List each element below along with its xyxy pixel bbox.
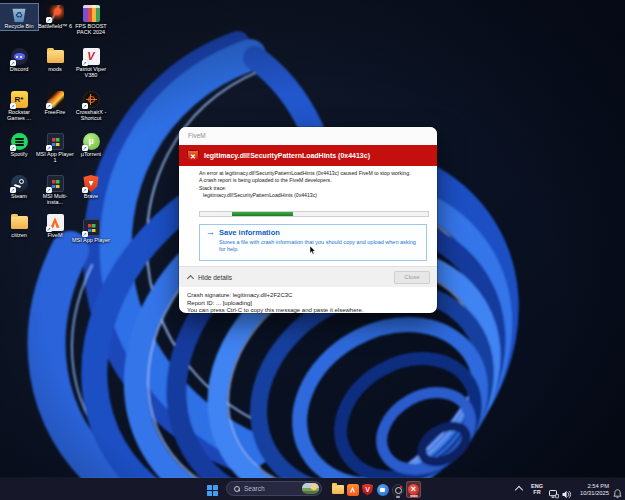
desktop-icon-label: FiveM bbox=[36, 232, 74, 238]
desktop-icon-spotify[interactable]: ↗Spotify bbox=[0, 132, 38, 158]
taskbar-clock[interactable]: 2:54 PM 10/31/2025 bbox=[568, 483, 609, 496]
shortcut-arrow-icon: ↗ bbox=[82, 103, 88, 109]
crash-details: Crash signature: legitimacy.dll+2F2C3C R… bbox=[187, 292, 429, 313]
msi-icon: ↗ bbox=[47, 175, 64, 192]
tray-time: 2:54 PM bbox=[568, 483, 609, 490]
msi-icon: ↗ bbox=[47, 133, 64, 150]
hide-details-button[interactable]: Hide details bbox=[198, 274, 232, 281]
desktop-icon-msi[interactable]: ↗MSI App Player 1 bbox=[36, 132, 74, 164]
arrow-right-icon: → bbox=[206, 228, 215, 237]
shortcut-arrow-icon: ↗ bbox=[82, 231, 88, 237]
shortcut-arrow-icon: ↗ bbox=[46, 103, 52, 109]
discord-icon: ↗ bbox=[11, 48, 28, 65]
battlefield-icon: ↗ bbox=[47, 5, 64, 22]
taskbar-crosshairx-app[interactable] bbox=[391, 481, 404, 498]
desktop-icon-fivem[interactable]: ↗FiveM bbox=[36, 213, 74, 239]
taskbar-blue-app[interactable] bbox=[376, 481, 389, 498]
desktop-icon-label: Recycle Bin bbox=[0, 23, 38, 29]
crash-signature: Crash signature: legitimacy.dll+2F2C3C bbox=[187, 292, 429, 300]
crash-line-2: A crash report is being uploaded to the … bbox=[199, 177, 429, 184]
steam-icon: ↗ bbox=[11, 175, 28, 192]
shortcut-arrow-icon: ↗ bbox=[82, 60, 88, 66]
fivem-crash-window-icon bbox=[408, 484, 419, 495]
search-input[interactable] bbox=[244, 485, 298, 492]
desktop-icon-folder[interactable]: citizen bbox=[0, 213, 38, 239]
search-icon bbox=[234, 486, 240, 492]
brave-icon: ↗ bbox=[83, 175, 100, 192]
desktop-icon-recycle[interactable]: Recycle Bin bbox=[0, 4, 38, 30]
desktop-icon-label: citizen bbox=[0, 232, 38, 238]
desktop-icon-brave[interactable]: ↗Brave bbox=[72, 174, 110, 200]
desktop-icon-label: Discord bbox=[0, 66, 38, 72]
desktop-icon-discord[interactable]: ↗Discord bbox=[0, 47, 38, 73]
spotify-icon: ↗ bbox=[11, 133, 28, 150]
dialog-title: FiveM bbox=[179, 127, 437, 145]
notification-bell-icon[interactable] bbox=[613, 485, 622, 500]
blue-app-icon bbox=[377, 484, 389, 496]
shortcut-arrow-icon: ↗ bbox=[10, 145, 16, 151]
crosshairx-icon: ↗ bbox=[83, 91, 100, 108]
taskbar-viper-shield-app[interactable] bbox=[361, 481, 374, 498]
language-indicator[interactable]: ENG FR bbox=[529, 483, 545, 495]
taskbar-search[interactable] bbox=[226, 481, 322, 496]
desktop-icon-label: Brave bbox=[72, 193, 110, 199]
start-button[interactable] bbox=[207, 485, 218, 496]
running-indicator bbox=[410, 495, 418, 497]
viper-icon: ↗ bbox=[83, 48, 100, 65]
close-button[interactable]: Close bbox=[394, 271, 430, 284]
desktop-icon-label: Spotify bbox=[0, 151, 38, 157]
taskbar-app-icons bbox=[331, 480, 421, 499]
desktop-icon-label: Steam bbox=[0, 193, 38, 199]
fivem-crash-dialog: FiveM legitimacy.dll!SecurityPatternLoad… bbox=[179, 127, 437, 313]
error-banner-text: legitimacy.dll!SecurityPatternLoadHints … bbox=[204, 152, 370, 159]
shortcut-arrow-icon: ↗ bbox=[46, 17, 52, 23]
crosshairx-app-icon bbox=[392, 484, 404, 496]
desktop-icon-utorrent[interactable]: ↗µTorrent bbox=[72, 132, 110, 158]
desktop-icon-steam[interactable]: ↗Steam bbox=[0, 174, 38, 200]
shortcut-arrow-icon: ↗ bbox=[82, 145, 88, 151]
taskbar-fivem-crash-window[interactable] bbox=[406, 481, 421, 498]
desktop-icon-label: Battlefield™ 6 bbox=[36, 23, 74, 29]
save-information-label: Save information bbox=[219, 228, 280, 237]
fivem-icon: ↗ bbox=[47, 214, 64, 231]
crash-line-4: legitimacy.dll!SecurityPatternLoadHints … bbox=[199, 192, 429, 199]
file-explorer-icon bbox=[332, 485, 344, 494]
winrar-icon bbox=[83, 5, 100, 22]
shortcut-arrow-icon: ↗ bbox=[46, 145, 52, 151]
folder-icon bbox=[11, 214, 28, 231]
desktop-icon-freefire[interactable]: ↗FreeFire bbox=[36, 90, 74, 116]
crash-line-1: An error at legitimacy.dll!SecurityPatte… bbox=[199, 170, 429, 177]
desktop-icon-msi[interactable]: ↗MSI Multi-insta... bbox=[36, 174, 74, 206]
desktop-icon-winrar[interactable]: FPS BOOST PACK 2024 bbox=[72, 4, 110, 36]
shortcut-arrow-icon: ↗ bbox=[46, 187, 52, 193]
windows-logo-icon bbox=[207, 485, 212, 490]
crash-description: An error at legitimacy.dll!SecurityPatte… bbox=[199, 170, 429, 200]
recycle-icon bbox=[11, 5, 28, 22]
desktop-icon-label: MSI App Player 1 bbox=[36, 151, 74, 163]
desktop-icon-folder[interactable]: mods bbox=[36, 47, 74, 73]
desktop-icon-label: mods bbox=[36, 66, 74, 72]
taskbar-fivem-app[interactable] bbox=[346, 481, 359, 498]
desktop-icon-rockstar[interactable]: ↗Rockstar Games ... bbox=[0, 90, 38, 122]
desktop-icon-label: CrosshairX - Shortcut bbox=[72, 109, 110, 121]
shortcut-arrow-icon: ↗ bbox=[10, 103, 16, 109]
desktop-icon-label: MSI App Player bbox=[72, 237, 110, 243]
shortcut-arrow-icon: ↗ bbox=[10, 60, 16, 66]
network-icon[interactable] bbox=[549, 485, 559, 500]
freefire-icon: ↗ bbox=[47, 91, 64, 108]
desktop-icon-battlefield[interactable]: ↗Battlefield™ 6 bbox=[36, 4, 74, 30]
shortcut-arrow-icon: ↗ bbox=[10, 187, 16, 193]
desktop-icon-label: FPS BOOST PACK 2024 bbox=[72, 23, 110, 35]
save-information-button[interactable]: → Save information Stores a file with cr… bbox=[199, 224, 427, 261]
chevron-up-icon bbox=[187, 274, 194, 281]
desktop-icon-label: Patriot Viper V380 bbox=[72, 66, 110, 78]
tray-date: 10/31/2025 bbox=[568, 490, 609, 497]
desktop-icon-msi[interactable]: ↗MSI App Player bbox=[72, 218, 110, 244]
save-information-description: Stores a file with crash information tha… bbox=[219, 239, 420, 253]
desktop-icon-viper[interactable]: ↗Patriot Viper V380 bbox=[72, 47, 110, 79]
shortcut-arrow-icon: ↗ bbox=[46, 226, 52, 232]
search-highlight-image bbox=[302, 483, 319, 494]
report-id: Report ID: ... [uploading] bbox=[187, 300, 429, 308]
taskbar-file-explorer[interactable] bbox=[331, 481, 344, 498]
desktop-icon-crosshairx[interactable]: ↗CrosshairX - Shortcut bbox=[72, 90, 110, 122]
